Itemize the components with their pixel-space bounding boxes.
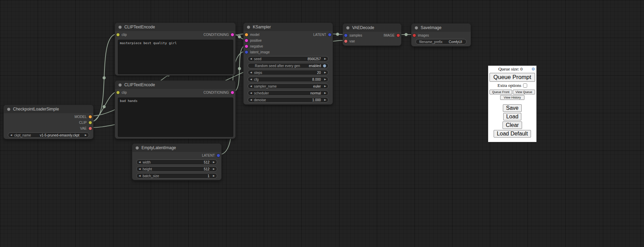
collapse-dot-icon[interactable]: [119, 26, 122, 29]
node-vae-decode[interactable]: VAEDecode samples IMAGE vae: [343, 23, 401, 46]
widget-value: 512: [204, 160, 210, 164]
node-empty-latent-image[interactable]: EmptyLatentImage LATENT ◀ width 512 ▶ ◀ …: [132, 143, 222, 180]
input-slot-model[interactable]: [245, 33, 248, 36]
collapse-dot-icon[interactable]: [247, 26, 250, 29]
decrement-icon[interactable]: ◀: [250, 56, 252, 62]
input-slot-vae[interactable]: [344, 40, 347, 43]
graph-canvas[interactable]: CheckpointLoaderSimple MODEL CLIP VAE ◀ …: [0, 0, 644, 247]
widget-sampler-name[interactable]: ◀ sampler_name euler ▶: [248, 83, 329, 89]
load-default-button[interactable]: Load Default: [494, 130, 531, 138]
node-title-bar[interactable]: CLIPTextEncode: [115, 81, 235, 89]
output-slot-image[interactable]: [397, 34, 400, 37]
input-slot-samples[interactable]: [344, 34, 347, 37]
load-button[interactable]: Load: [503, 113, 522, 120]
widget-value: ComfyUI: [449, 40, 462, 44]
view-history-button[interactable]: View History: [500, 95, 525, 100]
output-slot-model[interactable]: [89, 115, 92, 118]
node-save-image[interactable]: SaveImage images filename_prefix ComfyUI: [411, 23, 471, 47]
toggle-knob[interactable]: [323, 64, 326, 67]
increment-icon[interactable]: ▶: [324, 56, 326, 62]
node-title-bar[interactable]: SaveImage: [411, 24, 471, 32]
output-slot-clip[interactable]: [89, 121, 92, 124]
output-label: CONDITIONING: [203, 33, 229, 37]
increment-icon[interactable]: ▶: [85, 132, 87, 138]
view-queue-button[interactable]: View Queue: [513, 90, 535, 94]
widget-label: denoise: [254, 98, 266, 102]
input-label: images: [418, 34, 429, 37]
widget-random-seed-toggle[interactable]: Random seed after every gen enabled: [248, 63, 329, 68]
widget-scheduler[interactable]: ◀ scheduler normal ▶: [248, 90, 329, 96]
extra-options-checkbox[interactable]: [523, 83, 527, 88]
settings-gear-icon[interactable]: ⚙: [531, 67, 535, 71]
widget-seed[interactable]: ◀ seed 8566257 ▶: [248, 56, 329, 62]
input-slot-clip[interactable]: [116, 33, 120, 36]
output-slot-vae[interactable]: [89, 127, 92, 130]
node-title-bar[interactable]: VAEDecode: [343, 24, 401, 32]
output-slot-conditioning[interactable]: [231, 91, 234, 94]
clear-button[interactable]: Clear: [503, 121, 522, 129]
widget-width[interactable]: ◀ width 512 ▶: [136, 159, 217, 165]
increment-icon[interactable]: ▶: [324, 90, 326, 96]
input-slot-latent-image[interactable]: [245, 51, 248, 54]
widget-label: ckpt_name: [14, 133, 31, 137]
decrement-icon[interactable]: ◀: [250, 83, 252, 89]
widget-ckpt-name[interactable]: ◀ ckpt_name v1-5-pruned-emaonly.ckpt ▶: [8, 132, 89, 138]
decrement-icon[interactable]: ◀: [250, 70, 252, 75]
queue-front-button[interactable]: Queue Front: [490, 90, 512, 94]
input-slot-clip[interactable]: [116, 91, 120, 94]
decrement-icon[interactable]: ◀: [250, 90, 252, 96]
node-ksampler[interactable]: KSampler model LATENT positive negative …: [243, 23, 333, 105]
collapse-dot-icon[interactable]: [119, 83, 122, 87]
output-slot-conditioning[interactable]: [231, 33, 234, 36]
collapse-dot-icon[interactable]: [415, 26, 418, 29]
node-title-bar[interactable]: KSampler: [244, 23, 333, 31]
save-button[interactable]: Save: [503, 104, 521, 112]
decrement-icon[interactable]: ◀: [250, 97, 252, 103]
widget-value: v1-5-pruned-emaonly.ckpt: [40, 133, 79, 137]
increment-icon[interactable]: ▶: [324, 77, 326, 82]
increment-icon[interactable]: ▶: [324, 83, 326, 89]
output-label: MODEL: [74, 115, 87, 119]
increment-icon[interactable]: ▶: [324, 97, 326, 103]
node-clip-text-encode-negative[interactable]: CLIPTextEncode clip CONDITIONING bad han…: [115, 80, 236, 139]
node-title-bar[interactable]: EmptyLatentImage: [132, 144, 221, 152]
queue-prompt-button[interactable]: Queue Prompt: [490, 73, 535, 82]
node-title: CheckpointLoaderSimple: [13, 107, 59, 112]
node-title-bar[interactable]: CheckpointLoaderSimple: [4, 105, 93, 113]
prompt-textarea[interactable]: bad hands: [118, 98, 233, 137]
node-clip-text-encode-positive[interactable]: CLIPTextEncode clip CONDITIONING masterp…: [115, 23, 236, 76]
widget-steps[interactable]: ◀ steps 20 ▶: [248, 70, 329, 75]
input-label: vae: [349, 39, 355, 43]
widget-filename-prefix[interactable]: filename_prefix ComfyUI: [416, 39, 467, 44]
input-slot-positive[interactable]: [245, 39, 248, 42]
input-slot-negative[interactable]: [245, 45, 248, 48]
widget-cfg[interactable]: ◀ cfg 8.000 ▶: [248, 77, 329, 82]
output-slot-latent[interactable]: [217, 154, 220, 157]
node-title-bar[interactable]: CLIPTextEncode: [115, 23, 235, 31]
widget-value: 1.000: [312, 98, 321, 102]
increment-icon[interactable]: ▶: [213, 173, 215, 179]
node-title: CLIPTextEncode: [124, 82, 155, 87]
widget-denoise[interactable]: ◀ denoise 1.000 ▶: [248, 97, 329, 103]
widget-batch-size[interactable]: ◀ batch_size 1 ▶: [136, 173, 217, 179]
widget-value: euler: [313, 84, 321, 88]
input-slot-images[interactable]: [413, 34, 416, 37]
widget-label: width: [143, 160, 150, 164]
decrement-icon[interactable]: ◀: [139, 166, 140, 172]
prompt-textarea[interactable]: masterpiece best quality girl: [118, 40, 233, 74]
decrement-icon[interactable]: ◀: [139, 173, 140, 179]
collapse-dot-icon[interactable]: [7, 108, 10, 111]
widget-height[interactable]: ◀ height 512 ▶: [136, 166, 217, 172]
increment-icon[interactable]: ▶: [213, 166, 215, 172]
decrement-icon[interactable]: ◀: [10, 132, 12, 138]
widget-label: sampler_name: [254, 84, 276, 88]
node-checkpoint-loader[interactable]: CheckpointLoaderSimple MODEL CLIP VAE ◀ …: [3, 105, 94, 139]
increment-icon[interactable]: ▶: [324, 70, 326, 75]
output-slot-latent[interactable]: [328, 33, 331, 36]
decrement-icon[interactable]: ◀: [139, 159, 140, 165]
increment-icon[interactable]: ▶: [213, 159, 215, 165]
input-label: negative: [250, 44, 263, 48]
collapse-dot-icon[interactable]: [346, 26, 349, 29]
decrement-icon[interactable]: ◀: [250, 77, 252, 82]
collapse-dot-icon[interactable]: [136, 146, 139, 150]
